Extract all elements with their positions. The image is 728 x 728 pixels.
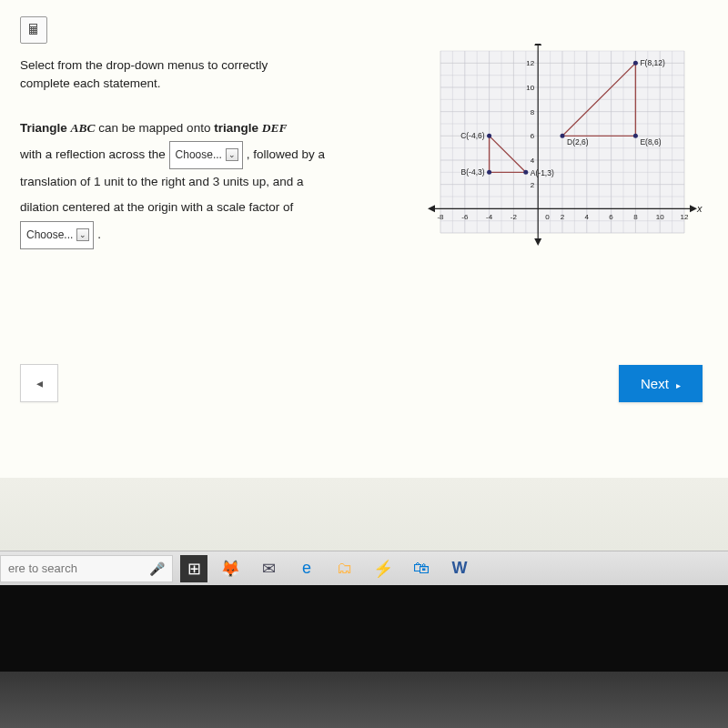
content-area: 🖩 Select from the drop-down menus to cor… [0, 0, 728, 478]
svg-text:4: 4 [585, 213, 590, 221]
svg-text:F(8,12): F(8,12) [640, 58, 665, 67]
mail-icon[interactable]: ✉ [253, 555, 284, 582]
nav-row: ◂ Next ▸ [20, 364, 703, 402]
svg-text:6: 6 [531, 132, 535, 140]
svg-point-71 [561, 134, 565, 138]
svg-text:8: 8 [531, 108, 535, 116]
calculator-button[interactable]: 🖩 [20, 16, 47, 44]
firefox-icon[interactable]: 🦊 [215, 555, 246, 582]
svg-marker-43 [534, 238, 541, 246]
svg-text:-2: -2 [511, 213, 518, 221]
app-icon[interactable]: ⚡ [368, 555, 399, 582]
svg-point-75 [633, 61, 638, 66]
arrow-right-icon: ▸ [676, 380, 681, 390]
svg-text:2: 2 [561, 213, 565, 221]
svg-text:E(8,6): E(8,6) [640, 137, 661, 147]
svg-point-69 [487, 134, 491, 138]
question-statement: Triangle ABC can be mapped onto triangle… [20, 116, 348, 249]
svg-marker-42 [534, 44, 541, 46]
dropdown-label: Choose... [176, 144, 222, 167]
svg-text:A(-1,3): A(-1,3) [531, 168, 554, 177]
store-icon[interactable]: 🛍 [406, 555, 437, 582]
next-button[interactable]: Next ▸ [619, 365, 703, 402]
task-view-icon[interactable]: ⊞ [180, 555, 207, 582]
svg-marker-40 [428, 205, 435, 212]
svg-text:C(-4,6): C(-4,6) [460, 131, 485, 140]
lower-gradient [0, 478, 728, 551]
edge-icon[interactable]: e [291, 555, 322, 582]
chevron-down-icon: ⌄ [226, 148, 238, 161]
svg-text:12: 12 [681, 213, 689, 221]
coordinate-graph: -8-6-4-202468101224681012xyA(-1,3)B(-4,3… [422, 44, 703, 253]
question-line-3: translation of 1 unit to the right and 3… [20, 169, 348, 195]
svg-text:-4: -4 [486, 213, 493, 221]
instruction-text: Select from the drop-down menus to corre… [20, 56, 320, 94]
monitor-edge [0, 672, 728, 728]
search-placeholder: ere to search [8, 561, 77, 575]
question-line-4: dilation centered at the origin with a s… [20, 195, 348, 220]
microphone-icon: 🎤 [149, 561, 165, 576]
svg-point-67 [487, 170, 491, 175]
question-line-5: Choose... ⌄ . [20, 221, 348, 249]
reflection-axis-dropdown[interactable]: Choose... ⌄ [169, 141, 243, 169]
arrow-left-icon: ◂ [36, 376, 43, 390]
svg-text:10: 10 [656, 213, 664, 221]
taskbar-search[interactable]: ere to search 🎤 [0, 555, 173, 582]
svg-text:2: 2 [531, 181, 535, 189]
app-screen: 🖩 Select from the drop-down menus to cor… [0, 0, 728, 582]
svg-text:-6: -6 [461, 213, 469, 221]
svg-text:10: 10 [526, 84, 534, 92]
dropdown-label: Choose... [26, 224, 73, 247]
svg-point-73 [633, 134, 638, 138]
windows-taskbar: ere to search 🎤 ⊞ 🦊 ✉ e 🗂 ⚡ 🛍 W [0, 551, 728, 585]
graph-svg: -8-6-4-202468101224681012xyA(-1,3)B(-4,3… [422, 44, 703, 253]
svg-marker-39 [690, 205, 697, 212]
question-line-1: Triangle ABC can be mapped onto triangle… [20, 116, 348, 141]
svg-text:-8: -8 [437, 213, 444, 221]
svg-text:x: x [696, 203, 703, 214]
calculator-icon: 🖩 [26, 22, 41, 38]
svg-text:D(2,6): D(2,6) [567, 137, 589, 147]
svg-text:4: 4 [531, 157, 535, 165]
back-button[interactable]: ◂ [20, 364, 58, 402]
svg-text:0: 0 [545, 213, 550, 221]
word-icon[interactable]: W [444, 555, 475, 582]
next-button-label: Next [641, 376, 669, 391]
question-line-2: with a reflection across the Choose... ⌄… [20, 141, 348, 169]
chevron-down-icon: ⌄ [76, 228, 89, 241]
svg-point-65 [523, 170, 528, 175]
file-explorer-icon[interactable]: 🗂 [329, 555, 360, 582]
svg-text:B(-4,3): B(-4,3) [461, 167, 485, 177]
scale-factor-dropdown[interactable]: Choose... ⌄ [20, 221, 94, 249]
svg-text:6: 6 [609, 213, 613, 221]
svg-text:12: 12 [526, 59, 534, 67]
svg-text:8: 8 [633, 213, 638, 221]
